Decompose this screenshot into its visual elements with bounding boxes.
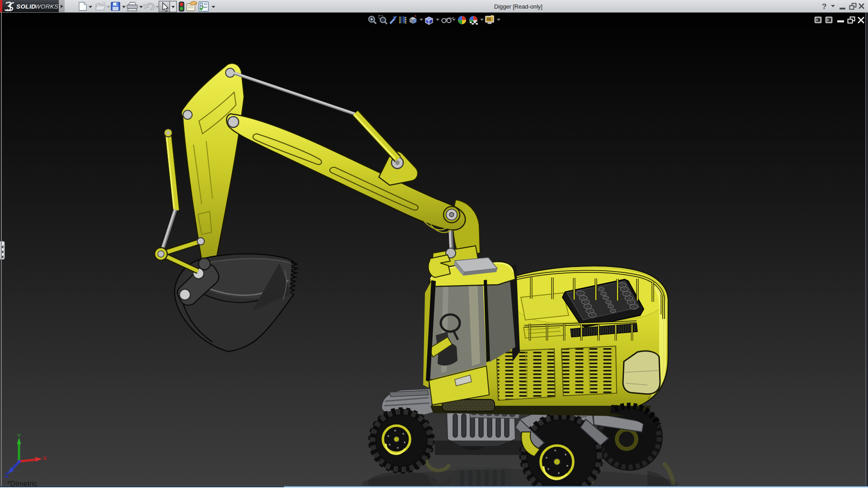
svg-text:SOLID: SOLID <box>16 3 36 10</box>
svg-text:WORKS: WORKS <box>35 3 58 10</box>
svg-text:?: ? <box>822 2 826 11</box>
